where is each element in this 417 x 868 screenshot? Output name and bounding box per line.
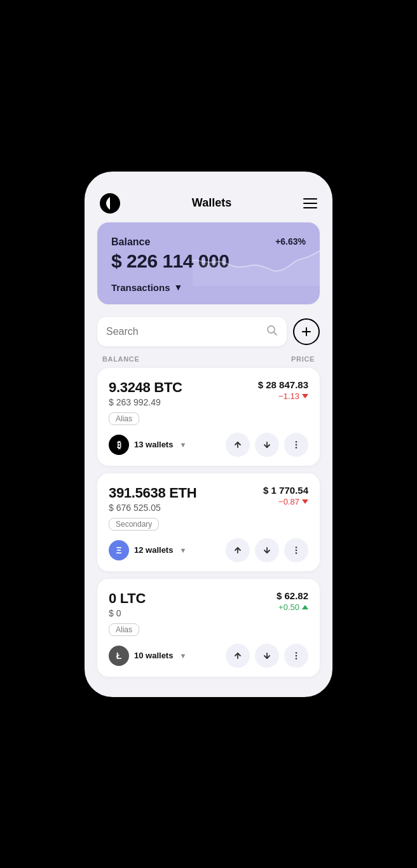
wallet-bottom-row: ₿ 13 wallets ▼ (109, 433, 308, 457)
balance-label: Balance (111, 236, 150, 248)
wallet-alias-tag: Alias (109, 412, 139, 425)
add-wallet-button[interactable] (293, 318, 320, 345)
wallet-price: $ 62.82 (277, 590, 308, 601)
wallet-price: $ 1 770.54 (263, 485, 308, 496)
wallet-balance-col: 0 LTC $ 0 Alias (109, 590, 146, 636)
wallet-usd: $ 263 992.49 (109, 397, 182, 407)
wallets-chevron-icon: ▼ (179, 546, 186, 554)
column-headers: BALANCE PRICE (85, 349, 332, 368)
wallet-balance-col: 9.3248 BTC $ 263 992.49 Alias (109, 379, 182, 425)
more-options-button[interactable] (284, 538, 308, 562)
page-title: Wallets (192, 196, 231, 210)
wallet-card-ltc: 0 LTC $ 0 Alias $ 62.82 +0.50 Ł 10 walle… (97, 579, 320, 677)
wallet-list: 9.3248 BTC $ 263 992.49 Alias $ 28 847.8… (85, 368, 332, 677)
menu-line-2 (303, 203, 317, 204)
wallet-amount: 0 LTC (109, 590, 146, 607)
svg-line-2 (274, 332, 277, 335)
transactions-chevron-icon: ▼ (174, 282, 183, 292)
more-options-button[interactable] (284, 644, 308, 668)
balance-card: Balance +6.63% $ 226 114 000 Transaction… (97, 222, 320, 304)
menu-line-1 (303, 198, 317, 200)
wallet-change: +0.50 (277, 602, 308, 612)
sparkline-chart (193, 241, 320, 286)
app-logo-icon (100, 193, 120, 214)
wallet-amount: 391.5638 ETH (109, 485, 196, 501)
search-icon (266, 325, 278, 339)
search-bar (97, 317, 320, 346)
wallet-price-col: $ 62.82 +0.50 (277, 590, 308, 612)
wallet-bottom-row: Ξ 12 wallets ▼ (109, 538, 308, 562)
wallet-balance-col: 391.5638 ETH $ 676 525.05 Secondary (109, 485, 196, 531)
wallet-price: $ 28 847.83 (258, 379, 308, 390)
wallet-alias-tag: Secondary (109, 518, 159, 531)
wallet-change: −1.13 (258, 391, 308, 401)
wallet-alias-tag: Alias (109, 623, 139, 636)
ltc-logo-icon: Ł (109, 646, 129, 666)
header: Wallets (85, 187, 332, 222)
trend-down-icon (302, 499, 308, 504)
svg-point-17 (296, 652, 297, 654)
wallet-card-btc: 9.3248 BTC $ 263 992.49 Alias $ 28 847.8… (97, 368, 320, 466)
transactions-label: Transactions (111, 282, 170, 293)
wallet-actions (226, 433, 308, 457)
svg-point-8 (296, 444, 297, 445)
wallet-bottom-row: Ł 10 wallets ▼ (109, 644, 308, 668)
wallets-count: 12 wallets (134, 545, 173, 555)
eth-logo-icon: Ξ (109, 540, 129, 560)
price-column-header: PRICE (291, 355, 315, 363)
svg-point-19 (296, 658, 297, 660)
wallet-actions (226, 644, 308, 668)
svg-point-13 (296, 549, 297, 551)
wallets-count: 10 wallets (134, 651, 173, 660)
receive-button[interactable] (255, 538, 279, 562)
phone-shell: Wallets Balance +6.63% $ 226 114 000 Tra… (85, 172, 332, 697)
menu-line-3 (303, 207, 317, 208)
wallet-change: −0.87 (263, 497, 308, 506)
wallet-usd: $ 0 (109, 608, 146, 618)
wallet-card-eth: 391.5638 ETH $ 676 525.05 Secondary $ 1 … (97, 473, 320, 571)
wallet-usd: $ 676 525.05 (109, 503, 196, 513)
wallet-top-row: 0 LTC $ 0 Alias $ 62.82 +0.50 (109, 590, 308, 636)
search-input[interactable] (106, 326, 261, 337)
wallet-top-row: 9.3248 BTC $ 263 992.49 Alias $ 28 847.8… (109, 379, 308, 425)
menu-button[interactable] (303, 198, 317, 208)
send-button[interactable] (226, 644, 250, 668)
wallets-chevron-icon: ▼ (179, 441, 186, 449)
btc-logo-icon: ₿ (109, 435, 129, 455)
balance-column-header: BALANCE (102, 355, 139, 363)
wallet-price-col: $ 1 770.54 −0.87 (263, 485, 308, 506)
svg-point-12 (296, 546, 297, 548)
wallets-count: 13 wallets (134, 440, 173, 449)
wallet-crypto-info-eth[interactable]: Ξ 12 wallets ▼ (109, 540, 186, 560)
receive-button[interactable] (255, 644, 279, 668)
send-button[interactable] (226, 538, 250, 562)
more-options-button[interactable] (284, 433, 308, 457)
wallets-chevron-icon: ▼ (179, 652, 186, 660)
wallet-price-col: $ 28 847.83 −1.13 (258, 379, 308, 401)
trend-down-icon (302, 394, 308, 398)
trend-up-icon (302, 605, 308, 609)
wallet-crypto-info-ltc[interactable]: Ł 10 wallets ▼ (109, 646, 186, 666)
wallet-top-row: 391.5638 ETH $ 676 525.05 Secondary $ 1 … (109, 485, 308, 531)
send-button[interactable] (226, 433, 250, 457)
wallet-amount: 9.3248 BTC (109, 379, 182, 396)
svg-point-18 (296, 654, 297, 656)
svg-point-14 (296, 552, 297, 554)
svg-point-7 (296, 441, 297, 443)
search-input-wrapper (97, 317, 287, 346)
wallet-crypto-info-btc[interactable]: ₿ 13 wallets ▼ (109, 435, 186, 455)
svg-point-9 (296, 447, 297, 449)
receive-button[interactable] (255, 433, 279, 457)
wallet-actions (226, 538, 308, 562)
